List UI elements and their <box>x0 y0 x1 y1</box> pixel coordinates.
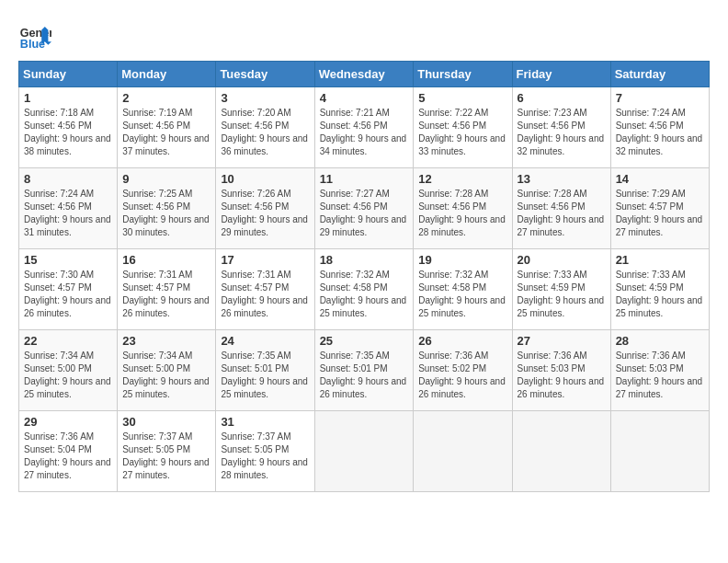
day-of-week-header: Monday <box>118 62 216 87</box>
day-number: 29 <box>24 415 112 429</box>
day-number: 25 <box>320 334 409 348</box>
day-of-week-header: Tuesday <box>216 62 314 87</box>
day-info: Sunrise: 7:29 AMSunset: 4:57 PMDaylight:… <box>616 188 704 239</box>
day-info: Sunrise: 7:28 AMSunset: 4:56 PMDaylight:… <box>518 188 606 239</box>
calendar-week-row: 1Sunrise: 7:18 AMSunset: 4:56 PMDaylight… <box>19 87 710 168</box>
day-number: 9 <box>122 172 210 186</box>
day-info: Sunrise: 7:37 AMSunset: 5:05 PMDaylight:… <box>122 431 210 482</box>
calendar-cell: 14Sunrise: 7:29 AMSunset: 4:57 PMDayligh… <box>610 168 709 249</box>
day-info: Sunrise: 7:20 AMSunset: 4:56 PMDaylight:… <box>221 107 309 158</box>
calendar-cell: 12Sunrise: 7:28 AMSunset: 4:56 PMDayligh… <box>414 168 512 249</box>
calendar-cell: 10Sunrise: 7:26 AMSunset: 4:56 PMDayligh… <box>216 168 314 249</box>
day-info: Sunrise: 7:24 AMSunset: 4:56 PMDaylight:… <box>24 188 112 239</box>
calendar-cell: 8Sunrise: 7:24 AMSunset: 4:56 PMDaylight… <box>19 168 118 249</box>
day-number: 15 <box>24 253 112 267</box>
calendar-cell: 17Sunrise: 7:31 AMSunset: 4:57 PMDayligh… <box>216 249 314 330</box>
calendar-cell: 1Sunrise: 7:18 AMSunset: 4:56 PMDaylight… <box>19 87 118 168</box>
day-info: Sunrise: 7:37 AMSunset: 5:05 PMDaylight:… <box>221 431 309 482</box>
calendar-cell: 23Sunrise: 7:34 AMSunset: 5:00 PMDayligh… <box>118 330 216 411</box>
day-number: 31 <box>221 415 309 429</box>
calendar-cell: 4Sunrise: 7:21 AMSunset: 4:56 PMDaylight… <box>314 87 414 168</box>
day-of-week-header: Sunday <box>19 62 118 87</box>
day-info: Sunrise: 7:36 AMSunset: 5:03 PMDaylight:… <box>518 350 606 401</box>
day-number: 5 <box>418 91 506 105</box>
day-number: 1 <box>24 91 112 105</box>
empty-cell <box>314 411 414 492</box>
days-of-week-row: SundayMondayTuesdayWednesdayThursdayFrid… <box>19 62 710 87</box>
day-number: 24 <box>221 334 309 348</box>
day-number: 22 <box>24 334 112 348</box>
calendar-cell: 11Sunrise: 7:27 AMSunset: 4:56 PMDayligh… <box>314 168 414 249</box>
day-info: Sunrise: 7:36 AMSunset: 5:02 PMDaylight:… <box>418 350 506 401</box>
day-of-week-header: Wednesday <box>314 62 414 87</box>
calendar-week-row: 29Sunrise: 7:36 AMSunset: 5:04 PMDayligh… <box>19 411 710 492</box>
day-info: Sunrise: 7:34 AMSunset: 5:00 PMDaylight:… <box>24 350 112 401</box>
day-info: Sunrise: 7:35 AMSunset: 5:01 PMDaylight:… <box>221 350 309 401</box>
day-info: Sunrise: 7:19 AMSunset: 4:56 PMDaylight:… <box>122 107 210 158</box>
page-header: General Blue <box>18 18 710 52</box>
calendar-cell: 24Sunrise: 7:35 AMSunset: 5:01 PMDayligh… <box>216 330 314 411</box>
day-number: 28 <box>616 334 704 348</box>
calendar-cell: 6Sunrise: 7:23 AMSunset: 4:56 PMDaylight… <box>512 87 610 168</box>
day-number: 19 <box>418 253 506 267</box>
day-info: Sunrise: 7:33 AMSunset: 4:59 PMDaylight:… <box>518 269 606 320</box>
calendar-cell: 22Sunrise: 7:34 AMSunset: 5:00 PMDayligh… <box>19 330 118 411</box>
calendar-cell: 5Sunrise: 7:22 AMSunset: 4:56 PMDaylight… <box>414 87 512 168</box>
day-info: Sunrise: 7:21 AMSunset: 4:56 PMDaylight:… <box>320 107 409 158</box>
calendar-cell: 7Sunrise: 7:24 AMSunset: 4:56 PMDaylight… <box>610 87 709 168</box>
calendar-week-row: 15Sunrise: 7:30 AMSunset: 4:57 PMDayligh… <box>19 249 710 330</box>
day-number: 7 <box>616 91 704 105</box>
day-number: 11 <box>320 172 409 186</box>
calendar-cell: 20Sunrise: 7:33 AMSunset: 4:59 PMDayligh… <box>512 249 610 330</box>
day-number: 21 <box>616 253 704 267</box>
day-info: Sunrise: 7:32 AMSunset: 4:58 PMDaylight:… <box>418 269 506 320</box>
day-info: Sunrise: 7:36 AMSunset: 5:03 PMDaylight:… <box>616 350 704 401</box>
day-number: 18 <box>320 253 409 267</box>
calendar-cell: 18Sunrise: 7:32 AMSunset: 4:58 PMDayligh… <box>314 249 414 330</box>
day-number: 23 <box>122 334 210 348</box>
calendar-cell: 19Sunrise: 7:32 AMSunset: 4:58 PMDayligh… <box>414 249 512 330</box>
day-number: 27 <box>518 334 606 348</box>
logo: General Blue <box>18 18 57 52</box>
day-info: Sunrise: 7:31 AMSunset: 4:57 PMDaylight:… <box>221 269 309 320</box>
calendar-table: SundayMondayTuesdayWednesdayThursdayFrid… <box>18 61 710 492</box>
day-number: 6 <box>518 91 606 105</box>
empty-cell <box>610 411 709 492</box>
day-info: Sunrise: 7:28 AMSunset: 4:56 PMDaylight:… <box>418 188 506 239</box>
day-info: Sunrise: 7:25 AMSunset: 4:56 PMDaylight:… <box>122 188 210 239</box>
day-number: 13 <box>518 172 606 186</box>
day-number: 14 <box>616 172 704 186</box>
day-info: Sunrise: 7:22 AMSunset: 4:56 PMDaylight:… <box>418 107 506 158</box>
day-of-week-header: Thursday <box>414 62 512 87</box>
calendar-cell: 28Sunrise: 7:36 AMSunset: 5:03 PMDayligh… <box>610 330 709 411</box>
day-number: 10 <box>221 172 309 186</box>
day-of-week-header: Friday <box>512 62 610 87</box>
day-info: Sunrise: 7:34 AMSunset: 5:00 PMDaylight:… <box>122 350 210 401</box>
calendar-cell: 9Sunrise: 7:25 AMSunset: 4:56 PMDaylight… <box>118 168 216 249</box>
calendar-cell: 26Sunrise: 7:36 AMSunset: 5:02 PMDayligh… <box>414 330 512 411</box>
day-info: Sunrise: 7:30 AMSunset: 4:57 PMDaylight:… <box>24 269 112 320</box>
day-info: Sunrise: 7:26 AMSunset: 4:56 PMDaylight:… <box>221 188 309 239</box>
day-number: 20 <box>518 253 606 267</box>
calendar-cell: 21Sunrise: 7:33 AMSunset: 4:59 PMDayligh… <box>610 249 709 330</box>
day-number: 30 <box>122 415 210 429</box>
calendar-cell: 29Sunrise: 7:36 AMSunset: 5:04 PMDayligh… <box>19 411 118 492</box>
day-info: Sunrise: 7:31 AMSunset: 4:57 PMDaylight:… <box>122 269 210 320</box>
logo-icon: General Blue <box>18 18 51 52</box>
day-info: Sunrise: 7:27 AMSunset: 4:56 PMDaylight:… <box>320 188 409 239</box>
calendar-cell: 3Sunrise: 7:20 AMSunset: 4:56 PMDaylight… <box>216 87 314 168</box>
day-number: 2 <box>122 91 210 105</box>
svg-text:Blue: Blue <box>20 38 45 51</box>
calendar-cell: 30Sunrise: 7:37 AMSunset: 5:05 PMDayligh… <box>118 411 216 492</box>
day-number: 3 <box>221 91 309 105</box>
empty-cell <box>512 411 610 492</box>
calendar-cell: 25Sunrise: 7:35 AMSunset: 5:01 PMDayligh… <box>314 330 414 411</box>
day-number: 16 <box>122 253 210 267</box>
day-info: Sunrise: 7:35 AMSunset: 5:01 PMDaylight:… <box>320 350 409 401</box>
day-info: Sunrise: 7:24 AMSunset: 4:56 PMDaylight:… <box>616 107 704 158</box>
day-number: 17 <box>221 253 309 267</box>
day-info: Sunrise: 7:36 AMSunset: 5:04 PMDaylight:… <box>24 431 112 482</box>
calendar-cell: 13Sunrise: 7:28 AMSunset: 4:56 PMDayligh… <box>512 168 610 249</box>
calendar-cell: 2Sunrise: 7:19 AMSunset: 4:56 PMDaylight… <box>118 87 216 168</box>
calendar-cell: 31Sunrise: 7:37 AMSunset: 5:05 PMDayligh… <box>216 411 314 492</box>
